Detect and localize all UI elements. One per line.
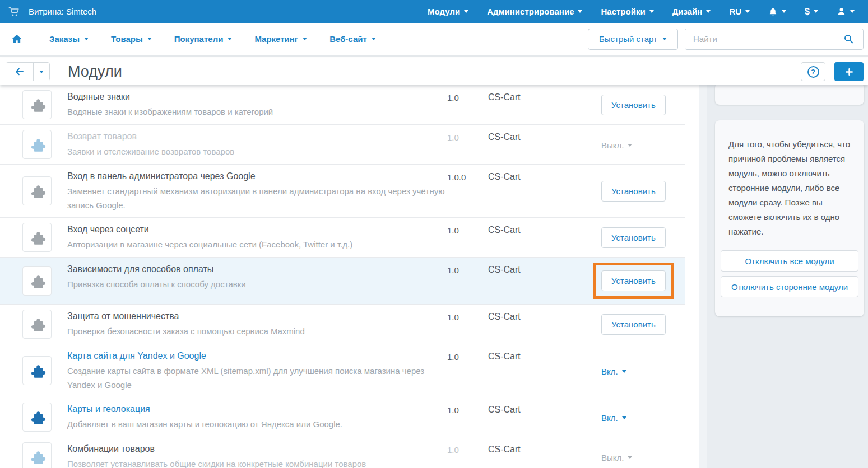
notifications-menu[interactable] — [768, 7, 786, 17]
module-version: 1.0.0 — [447, 170, 488, 182]
chevron-down-icon — [782, 10, 786, 13]
search-icon — [843, 34, 854, 44]
puzzle-icon — [28, 228, 46, 246]
module-supplier: CS-Cart — [488, 90, 601, 102]
module-action-cell: Выкл. — [601, 452, 671, 462]
module-row: Комбинации товаров Позволяет устанавлива… — [0, 437, 685, 468]
back-button-group — [6, 62, 50, 81]
nav-website[interactable]: Веб-сайт — [329, 34, 376, 44]
install-button[interactable]: Установить — [601, 270, 666, 291]
menu-administration[interactable]: Администрирование — [487, 7, 582, 16]
search-box — [685, 29, 864, 50]
module-status-dropdown[interactable]: Вкл. — [601, 412, 626, 423]
menu-settings[interactable]: Настройки — [601, 7, 653, 16]
chevron-down-icon — [628, 144, 632, 147]
module-row: Возврат товаров Заявки и отслеживание во… — [0, 125, 685, 165]
quick-start-button[interactable]: Быстрый старт — [588, 29, 678, 50]
chevron-down-icon — [228, 38, 232, 40]
chevron-down-icon — [147, 38, 152, 40]
module-version: 1.0 — [447, 263, 488, 275]
module-icon-box — [22, 90, 52, 119]
currency-menu[interactable]: $ — [805, 7, 818, 17]
module-title: Водяные знаки — [67, 92, 447, 102]
help-button[interactable]: ? — [801, 62, 825, 81]
module-title: Защита от мошенничества — [67, 311, 447, 321]
chevron-down-icon — [649, 10, 654, 13]
puzzle-icon — [28, 135, 46, 153]
module-supplier: CS-Cart — [488, 130, 601, 142]
chevron-down-icon — [39, 71, 44, 73]
nav-products[interactable]: Товары — [111, 34, 152, 44]
nav-customers[interactable]: Покупатели — [174, 34, 233, 44]
install-button[interactable]: Установить — [601, 314, 666, 335]
back-dropdown-button[interactable] — [34, 63, 49, 81]
chevron-down-icon — [662, 38, 667, 40]
sidebar: Для того, чтобы убедиться, что причиной … — [699, 85, 868, 468]
chevron-down-icon — [814, 10, 818, 13]
puzzle-icon — [28, 96, 46, 114]
puzzle-icon — [28, 448, 46, 466]
disable-all-modules-button[interactable]: Отключить все модули — [721, 250, 858, 272]
module-title[interactable]: Карты и геолокация — [67, 404, 447, 414]
menu-design[interactable]: Дизайн — [672, 7, 711, 16]
chevron-down-icon — [84, 38, 89, 40]
module-description: Заменяет стандартный механизм авторизаци… — [67, 184, 447, 212]
module-supplier: CS-Cart — [488, 403, 601, 415]
module-version: 1.0 — [447, 349, 488, 362]
module-description: Позволяет устанавливать общие скидки на … — [67, 457, 447, 468]
module-version: 1.0 — [447, 223, 488, 235]
module-status-dropdown[interactable]: Вкл. — [601, 366, 626, 376]
module-supplier: CS-Cart — [488, 442, 601, 455]
install-button[interactable]: Установить — [601, 95, 666, 115]
module-list: Водяные знаки Водяные знаки к изображени… — [0, 85, 685, 468]
module-icon-box — [22, 442, 52, 468]
question-icon: ? — [807, 66, 819, 78]
storefront-label[interactable]: Витрина: Simtech — [29, 7, 96, 16]
module-text: Вход в панель администратора через Googl… — [67, 170, 447, 212]
module-status-dropdown[interactable]: Выкл. — [601, 452, 632, 462]
user-menu[interactable] — [837, 7, 855, 16]
module-icon-box — [22, 356, 52, 385]
nav-orders[interactable]: Заказы — [49, 34, 89, 44]
module-title: Зависимости для способов оплаты — [67, 264, 447, 274]
module-row: Карты и геолокация Добавляет в ваш магаз… — [0, 397, 685, 437]
module-icon-box — [22, 130, 52, 159]
module-description: Авторизации в магазине через социальные … — [67, 237, 447, 251]
sidebar-gutter — [699, 85, 707, 468]
cart-icon — [8, 6, 20, 18]
home-button[interactable] — [11, 34, 22, 44]
module-title[interactable]: Карта сайта для Yandex и Google — [67, 351, 447, 361]
nav-marketing[interactable]: Маркетинг — [254, 34, 307, 44]
module-text: Водяные знаки Водяные знаки к изображени… — [67, 90, 447, 119]
chevron-down-icon — [303, 38, 307, 40]
module-action-cell: Установить — [601, 263, 671, 299]
back-button[interactable] — [6, 63, 34, 81]
install-button[interactable]: Установить — [601, 181, 666, 202]
bell-icon — [768, 7, 778, 17]
install-button[interactable]: Установить — [601, 227, 666, 248]
module-status-dropdown[interactable]: Выкл. — [601, 139, 632, 150]
module-title: Возврат товаров — [67, 132, 447, 142]
search-button[interactable] — [834, 29, 863, 49]
search-input[interactable] — [685, 29, 834, 49]
chevron-down-icon — [706, 10, 711, 13]
module-text: Зависимости для способов оплаты Привязка… — [67, 263, 447, 291]
module-version: 1.0 — [447, 90, 488, 102]
module-row: Водяные знаки Водяные знаки к изображени… — [0, 85, 685, 125]
disable-thirdparty-modules-button[interactable]: Отключить сторонние модули — [721, 276, 858, 297]
chevron-down-icon — [578, 10, 582, 13]
menu-modules[interactable]: Модули — [428, 7, 468, 16]
module-supplier: CS-Cart — [488, 349, 601, 362]
module-description: Заявки и отслеживание возвратов товаров — [67, 144, 447, 158]
top-bar: Витрина: Simtech Модули Администрировани… — [0, 0, 868, 23]
page-title: Модули — [68, 63, 122, 81]
module-version: 1.0 — [447, 310, 488, 322]
module-icon-box — [22, 266, 52, 296]
module-description: Добавляет в ваш магазин карты и геолокац… — [67, 417, 447, 431]
module-supplier: CS-Cart — [488, 223, 601, 235]
module-description: Водяные знаки к изображениям товаров и к… — [67, 105, 447, 119]
language-selector[interactable]: RU — [729, 7, 750, 16]
module-supplier: CS-Cart — [488, 263, 601, 275]
add-button[interactable] — [834, 62, 864, 81]
sidebar-panel-partial — [715, 83, 864, 105]
